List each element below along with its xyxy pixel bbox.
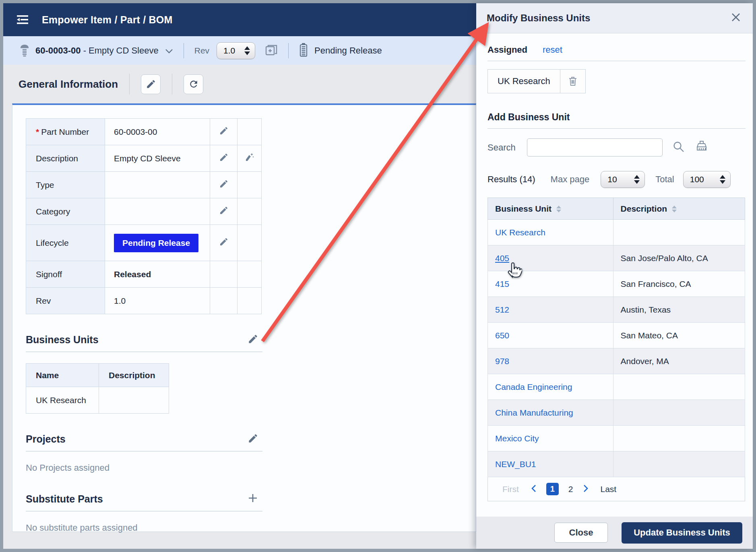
trash-icon[interactable] <box>560 70 585 93</box>
edit-field-button[interactable] <box>210 225 238 261</box>
search-icon[interactable] <box>672 140 685 155</box>
field-label: Type <box>26 172 105 198</box>
edit-business-units-button[interactable] <box>248 334 258 346</box>
general-info-title: General Information <box>19 78 118 91</box>
table-row: 405 San Jose/Palo Alto, CA <box>488 245 745 271</box>
bu-link[interactable]: 415 <box>488 271 613 297</box>
stepper-arrows-icon[interactable] <box>634 175 640 184</box>
pagination: First 1 2 Last <box>487 477 745 501</box>
table-row: Canada Engineering <box>488 374 745 400</box>
add-substitute-part-button[interactable] <box>247 492 258 505</box>
edit-field-button[interactable] <box>210 198 238 225</box>
general-info-table: *Part Number 60-0003-00 Description Empt… <box>26 118 262 314</box>
bu-description <box>613 220 745 245</box>
ai-edit-button[interactable] <box>238 145 262 172</box>
substitute-parts-section: Substitute Parts No substitute parts ass… <box>26 492 262 533</box>
stepper-arrows-icon[interactable] <box>244 46 250 55</box>
divider <box>129 74 130 95</box>
divider <box>487 128 746 129</box>
toolbar-divider <box>184 43 184 58</box>
table-row: Lifecycle Pending Release <box>26 225 262 261</box>
bu-link[interactable]: Mexico City <box>488 426 613 451</box>
duplicate-revision-icon[interactable] <box>265 44 278 58</box>
bu-link[interactable]: UK Research <box>488 220 613 245</box>
field-value <box>105 172 210 198</box>
field-value: Released <box>105 261 210 288</box>
part-number[interactable]: 60-0003-00 <box>35 45 81 56</box>
field-label: Rev <box>26 288 105 314</box>
table-row: Category <box>26 198 262 225</box>
panel-header: Modify Business Units <box>476 3 753 33</box>
column-header: Business Unit <box>495 204 552 213</box>
table-row: *Part Number 60-0003-00 <box>26 119 262 145</box>
bu-link[interactable]: 978 <box>488 348 613 374</box>
table-row: Description Empty CD Sleeve <box>26 145 262 172</box>
close-icon[interactable] <box>730 12 742 25</box>
bu-description <box>613 400 745 426</box>
table-row: Rev 1.0 <box>26 288 262 314</box>
menu-fold-icon[interactable] <box>14 11 31 29</box>
bu-link[interactable]: 650 <box>488 323 613 348</box>
max-page-value: 10 <box>607 175 617 184</box>
table-row: China Manufacturing <box>488 400 745 426</box>
edit-field-button[interactable] <box>210 145 238 172</box>
table-row: NEW_BU1 <box>488 451 745 477</box>
close-button[interactable]: Close <box>554 523 608 543</box>
edit-field-button[interactable] <box>210 119 238 145</box>
stepper-arrows-icon[interactable] <box>720 175 725 184</box>
table-row: 415 San Francisco, CA <box>488 271 745 297</box>
pagination-last[interactable]: Last <box>601 484 617 494</box>
refresh-button[interactable] <box>184 74 203 94</box>
chevron-down-icon[interactable] <box>165 48 173 55</box>
rev-stepper[interactable]: 1.0 <box>217 42 255 59</box>
pagination-next-icon[interactable] <box>583 484 589 494</box>
max-page-label: Max page <box>551 174 590 185</box>
pagination-prev-icon[interactable] <box>531 484 537 494</box>
panel-title: Modify Business Units <box>487 12 590 24</box>
divider <box>26 352 262 352</box>
total-value: 100 <box>690 175 704 184</box>
divider <box>26 451 262 451</box>
rev-value: 1.0 <box>223 46 235 56</box>
edit-field-button[interactable] <box>210 172 238 198</box>
bu-name: UK Research <box>26 387 99 414</box>
pagination-first: First <box>502 484 519 494</box>
reset-link[interactable]: reset <box>543 45 562 55</box>
table-row: UK Research <box>488 220 745 245</box>
edit-projects-button[interactable] <box>248 433 258 445</box>
business-units-section: Business Units Name Description UK Resea… <box>26 334 262 414</box>
total-stepper[interactable]: 100 <box>683 171 731 188</box>
bu-link[interactable]: NEW_BU1 <box>488 451 613 477</box>
search-input[interactable] <box>527 138 663 157</box>
divider <box>172 74 172 95</box>
general-info-card: *Part Number 60-0003-00 Description Empt… <box>12 103 476 532</box>
bu-link[interactable]: 512 <box>488 297 613 323</box>
update-business-units-button[interactable]: Update Business Units <box>622 522 742 544</box>
bu-link[interactable]: China Manufacturing <box>488 400 613 426</box>
column-header: Description <box>621 204 667 213</box>
sort-icon <box>672 206 677 212</box>
table-row: UK Research <box>26 387 169 414</box>
panel-body: Assigned reset UK Research Add Business … <box>476 33 753 501</box>
pagination-page-1-active[interactable]: 1 <box>546 483 559 495</box>
max-page-stepper[interactable]: 10 <box>601 171 645 188</box>
projects-section: Projects No Projects assigned <box>26 433 262 473</box>
part-description[interactable]: - Empty CD Sleeve <box>81 45 159 56</box>
modify-business-units-panel: Modify Business Units Assigned reset UK … <box>476 3 753 549</box>
edit-button[interactable] <box>141 74 161 94</box>
search-label: Search <box>487 142 519 153</box>
total-label: Total <box>655 174 674 185</box>
rev-label: Rev <box>194 46 209 56</box>
bu-description: Andover, MA <box>613 348 745 374</box>
assigned-label: Assigned <box>487 45 527 55</box>
bu-link-hovered[interactable]: 405 <box>488 245 613 271</box>
item-toolbar: 60-0003-00 - Empty CD Sleeve Rev 1.0 <box>3 36 476 65</box>
bu-link[interactable]: Canada Engineering <box>488 374 613 400</box>
field-label: Description <box>26 145 105 172</box>
table-row: Mexico City <box>488 426 745 451</box>
table-row: Signoff Released <box>26 261 262 288</box>
substitute-parts-title: Substitute Parts <box>26 493 103 505</box>
clear-search-broom-icon[interactable] <box>695 140 708 155</box>
pagination-page-2[interactable]: 2 <box>568 484 573 494</box>
table-header-row: Business Unit Description <box>488 198 745 220</box>
